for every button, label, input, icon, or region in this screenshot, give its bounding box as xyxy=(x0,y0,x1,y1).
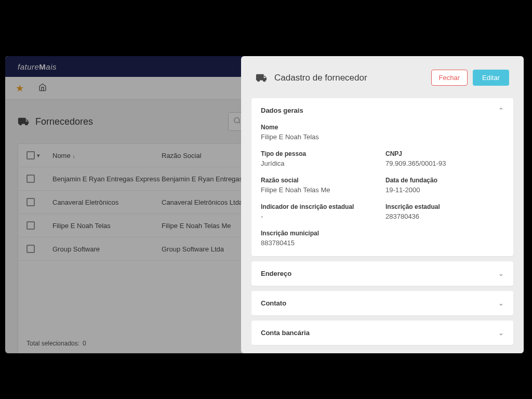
field-value-im: 883780415 xyxy=(261,239,504,247)
field-label-fundacao: Data de fundação xyxy=(385,177,504,184)
column-razao-label: Razão Social xyxy=(162,152,202,159)
field-value-ie: 283780436 xyxy=(385,212,504,220)
logo-text-suffix: ais xyxy=(46,62,57,71)
section-header-endereco[interactable]: Endereço ⌄ xyxy=(251,261,513,286)
row-checkbox[interactable] xyxy=(26,221,35,230)
select-all-cell: ▾ xyxy=(26,151,52,159)
drawer-title: Cadastro de fornecedor xyxy=(274,73,367,83)
cell-nome: Group Software xyxy=(52,245,162,253)
home-icon[interactable] xyxy=(38,83,47,94)
field-value-nome: Filipe E Noah Telas xyxy=(261,133,504,141)
section-header-conta[interactable]: Conta bancária ⌄ xyxy=(251,321,513,345)
chevron-down-icon: ⌄ xyxy=(498,329,504,337)
field-label-ie: Inscrição estadual xyxy=(385,203,504,210)
field-value-indicador: - xyxy=(261,212,379,220)
section-conta-bancaria: Conta bancária ⌄ xyxy=(251,321,513,345)
page-title-wrap: Fornecedores xyxy=(18,116,93,127)
section-header-dados[interactable]: Dados gerais ⌃ xyxy=(251,98,513,123)
column-nome-label: Nome xyxy=(52,152,71,159)
field-value-fundacao: 19-11-2000 xyxy=(385,186,504,194)
section-title: Endereço xyxy=(261,270,291,277)
section-endereco: Endereço ⌄ xyxy=(251,261,513,286)
row-checkbox[interactable] xyxy=(26,175,35,183)
cell-nome: Filipe E Noah Telas xyxy=(52,222,162,230)
field-label-im: Inscrição municipal xyxy=(261,230,504,237)
cell-nome: Canaveral Eletrônicos xyxy=(52,198,162,206)
section-title: Contato xyxy=(261,299,286,307)
field-label-razao: Razão social xyxy=(261,177,379,184)
chevron-down-icon: ⌄ xyxy=(498,270,504,277)
selected-label: Total selecionados: xyxy=(26,340,79,347)
sort-arrow-icon: ↓ xyxy=(72,153,75,159)
close-button[interactable]: Fechar xyxy=(431,70,468,86)
field-value-razao: Filipe E Noah Telas Me xyxy=(261,186,379,194)
chevron-down-icon[interactable]: ▾ xyxy=(37,152,40,159)
row-checkbox[interactable] xyxy=(26,245,35,253)
selected-value: 0 xyxy=(83,340,86,347)
svg-point-0 xyxy=(234,117,240,123)
field-label-cnpj: CNPJ xyxy=(385,150,504,157)
drawer-header: Cadastro de fornecedor Fechar Editar xyxy=(241,56,524,98)
section-header-contato[interactable]: Contato ⌄ xyxy=(251,291,513,315)
section-title: Conta bancária xyxy=(261,329,310,337)
select-all-checkbox[interactable] xyxy=(26,151,35,159)
truck-icon xyxy=(256,72,267,84)
supplier-drawer: Cadastro de fornecedor Fechar Editar Dad… xyxy=(241,56,524,353)
favorite-icon[interactable]: ★ xyxy=(16,83,24,94)
field-value-tipo: Jurídica xyxy=(261,159,379,167)
svg-line-1 xyxy=(238,122,240,124)
section-dados-gerais: Dados gerais ⌃ Nome Filipe E Noah Telas … xyxy=(251,98,513,256)
search-icon xyxy=(233,117,241,127)
field-value-cnpj: 79.909.365/0001-93 xyxy=(385,159,504,167)
page-title: Fornecedores xyxy=(35,116,93,127)
field-label-tipo: Tipo de pessoa xyxy=(261,150,379,157)
app-window: fatureMais ★ Fornecedores xyxy=(5,56,524,353)
section-title: Dados gerais xyxy=(261,107,303,114)
drawer-body: Dados gerais ⌃ Nome Filipe E Noah Telas … xyxy=(241,98,524,353)
brand-logo: fatureMais xyxy=(18,62,57,71)
chevron-up-icon: ⌃ xyxy=(498,107,504,114)
edit-button[interactable]: Editar xyxy=(473,70,509,86)
row-checkbox[interactable] xyxy=(26,198,35,206)
truck-icon xyxy=(18,116,29,127)
cell-nome: Benjamin E Ryan Entregas Express xyxy=(52,175,162,183)
logo-text-prefix: fature xyxy=(18,62,39,71)
chevron-down-icon: ⌄ xyxy=(498,299,504,307)
field-label-indicador: Indicador de inscrição estadual xyxy=(261,203,379,210)
column-header-nome[interactable]: Nome ↓ xyxy=(52,152,162,159)
field-label-nome: Nome xyxy=(261,124,504,131)
logo-text-m: M xyxy=(39,62,46,71)
section-contato: Contato ⌄ xyxy=(251,291,513,315)
